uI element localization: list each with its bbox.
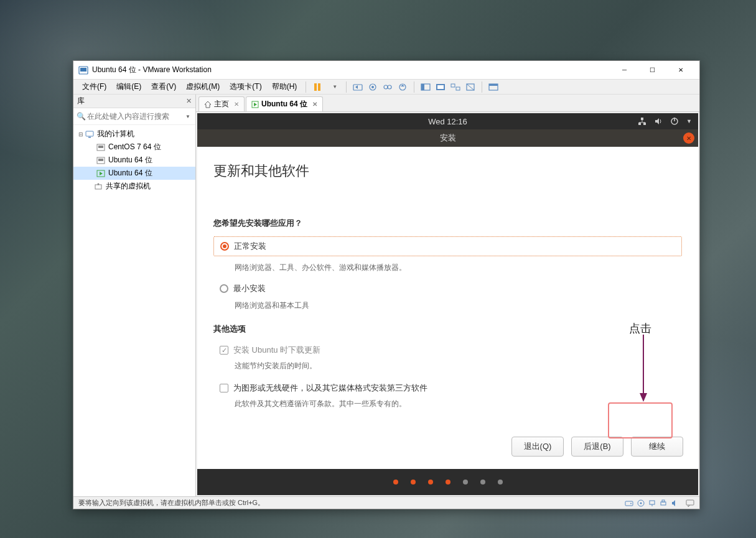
progress-dot	[411, 480, 416, 485]
progress-dot	[498, 480, 503, 485]
tab-home[interactable]: 主页 ✕	[198, 96, 245, 111]
sidebar-toggle-icon[interactable]	[418, 80, 433, 94]
window-title: Ubuntu 64 位 - VMware Workstation	[92, 65, 610, 75]
unity-icon[interactable]	[448, 80, 463, 94]
printer-icon[interactable]	[660, 499, 667, 507]
vm-console[interactable]: Wed 12:16 ▼ 安装 ✕ 更新和其他软件 您希望先安装哪些应用？	[197, 113, 698, 495]
installer-body: 更新和其他软件 您希望先安装哪些应用？ 正常安装 网络浏览器、工具、办公软件、游…	[197, 147, 698, 469]
menu-edit[interactable]: 编辑(E)	[111, 80, 146, 93]
radio-icon	[220, 242, 229, 251]
svg-rect-15	[456, 87, 460, 90]
checkbox-icon: ✓	[220, 346, 228, 355]
tab-close-icon[interactable]: ✕	[312, 101, 317, 108]
vm-icon	[96, 156, 106, 165]
system-indicators[interactable]: ▼	[638, 117, 692, 126]
window-titlebar[interactable]: Ubuntu 64 位 - VMware Workstation ─ ☐ ✕	[73, 61, 699, 80]
clock[interactable]: Wed 12:16	[428, 117, 467, 126]
radio-desc: 网络浏览器、工具、办公软件、游戏和媒体播放器。	[213, 262, 682, 273]
close-button[interactable]: ✕	[666, 62, 694, 79]
menu-file[interactable]: 文件(F)	[77, 80, 111, 93]
radio-minimal-install[interactable]: 最小安装	[213, 279, 682, 298]
search-dropdown-icon[interactable]: ▼	[183, 114, 193, 119]
tree-vm-ubuntu2[interactable]: Ubuntu 64 位	[73, 167, 195, 180]
svg-rect-13	[437, 85, 444, 89]
svg-point-41	[630, 503, 632, 504]
maximize-button[interactable]: ☐	[638, 62, 666, 79]
installer-close-icon[interactable]: ✕	[683, 132, 694, 144]
menu-vm[interactable]: 虚拟机(M)	[181, 80, 225, 93]
progress-dot	[428, 480, 433, 485]
chevron-down-icon[interactable]: ▼	[686, 118, 692, 124]
statusbar: 要将输入定向到该虚拟机，请在虚拟机内部单击或按 Ctrl+G。	[73, 496, 699, 509]
checkbox-icon	[220, 384, 228, 392]
menu-help[interactable]: 帮助(H)	[267, 80, 302, 93]
svg-rect-30	[641, 118, 643, 120]
disk-icon[interactable]	[625, 499, 633, 507]
svg-rect-32	[643, 123, 646, 125]
separator	[482, 81, 482, 93]
leaf-icon	[86, 183, 93, 190]
tab-ubuntu[interactable]: Ubuntu 64 位 ✕	[246, 96, 323, 111]
tab-close-icon[interactable]: ✕	[234, 101, 239, 108]
vm-tree: ⊟ 我的计算机 CentOS 7 64 位 Ubuntu 64 位 Ubuntu…	[73, 125, 195, 496]
search-icon: 🔍	[76, 112, 86, 121]
cd-icon[interactable]	[637, 499, 645, 507]
progress-dot	[463, 480, 468, 485]
tree-my-computer[interactable]: ⊟ 我的计算机	[73, 128, 195, 141]
tree-label: CentOS 7 64 位	[108, 142, 161, 152]
shared-icon	[93, 182, 103, 191]
check-download-updates[interactable]: ✓ 安装 Ubuntu 时下载更新	[213, 342, 682, 358]
radio-normal-install[interactable]: 正常安装	[213, 236, 682, 256]
stretch-icon[interactable]	[463, 80, 478, 94]
back-button[interactable]: 后退(B)	[571, 437, 623, 457]
body-area: 库 ✕ 🔍 ▼ ⊟ 我的计算机 CentOS 7 64 位	[73, 95, 699, 496]
installer-progress-dots	[197, 469, 698, 495]
collapse-icon[interactable]: ⊟	[77, 131, 85, 137]
svg-rect-2	[314, 83, 317, 91]
snapshot-manager-icon[interactable]	[380, 80, 395, 94]
tree-vm-centos[interactable]: CentOS 7 64 位	[73, 141, 195, 154]
sidebar-close-icon[interactable]: ✕	[186, 97, 192, 105]
tree-shared-vms[interactable]: 共享的虚拟机	[73, 180, 195, 193]
console-view-icon[interactable]	[433, 80, 448, 94]
separator	[346, 81, 347, 93]
annotation-label: 点击	[629, 321, 651, 336]
vmware-window: Ubuntu 64 位 - VMware Workstation ─ ☐ ✕ 文…	[73, 60, 700, 509]
search-input[interactable]	[86, 111, 183, 122]
menu-view[interactable]: 查看(V)	[146, 80, 181, 93]
computer-icon	[85, 130, 95, 139]
svg-rect-20	[86, 131, 93, 136]
vm-running-icon	[96, 169, 106, 178]
play-dropdown[interactable]: ▼	[327, 80, 342, 94]
network-icon[interactable]	[648, 499, 656, 507]
power-icon[interactable]	[670, 117, 679, 126]
library-sidebar: 库 ✕ 🔍 ▼ ⊟ 我的计算机 CentOS 7 64 位	[73, 95, 196, 496]
check-third-party[interactable]: 为图形或无线硬件，以及其它媒体格式安装第三方软件	[213, 380, 682, 396]
gnome-top-bar[interactable]: Wed 12:16 ▼	[197, 113, 698, 129]
tree-label: 共享的虚拟机	[106, 181, 151, 192]
revert-snapshot-icon[interactable]	[395, 80, 410, 94]
send-ctrl-alt-del-icon[interactable]	[350, 80, 365, 94]
installer-title: 安装	[440, 132, 456, 144]
tree-vm-ubuntu1[interactable]: Ubuntu 64 位	[73, 154, 195, 167]
menu-tabs[interactable]: 选项卡(T)	[225, 80, 266, 93]
continue-button[interactable]: 继续	[631, 437, 683, 457]
message-icon[interactable]	[686, 499, 694, 507]
vmware-icon	[78, 65, 88, 75]
other-options-heading: 其他选项	[213, 323, 682, 335]
minimize-button[interactable]: ─	[610, 62, 638, 79]
network-icon[interactable]	[638, 117, 646, 126]
radio-icon	[220, 284, 228, 293]
pause-button[interactable]	[310, 80, 327, 94]
status-device-icons	[625, 499, 694, 507]
tree-label: 我的计算机	[97, 129, 134, 139]
installer-titlebar[interactable]: 安装 ✕	[197, 129, 698, 147]
tab-bar: 主页 ✕ Ubuntu 64 位 ✕	[196, 95, 699, 112]
sound-icon[interactable]	[671, 499, 678, 507]
snapshot-icon[interactable]	[365, 80, 380, 94]
quit-button[interactable]: 退出(Q)	[511, 437, 564, 457]
home-icon	[204, 101, 212, 108]
volume-icon[interactable]	[654, 117, 663, 126]
fullscreen-icon[interactable]	[486, 80, 501, 94]
separator	[414, 81, 414, 93]
